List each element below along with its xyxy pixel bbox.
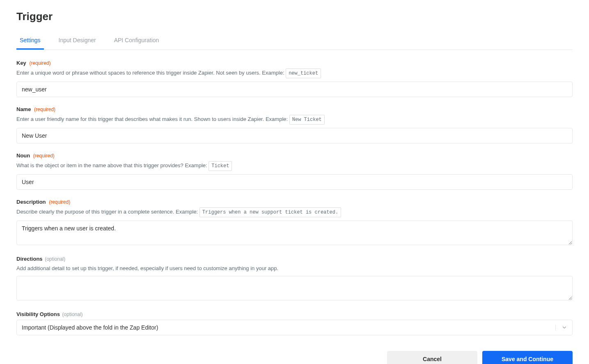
description-help: Describe clearly the purpose of this tri… — [16, 207, 573, 217]
key-help: Enter a unique word or phrase without sp… — [16, 68, 573, 78]
noun-label-text: Noun — [16, 152, 30, 159]
key-input[interactable] — [16, 82, 573, 97]
visibility-value: Important (Displayed above the fold in t… — [22, 324, 555, 331]
required-tag: (required) — [49, 199, 70, 205]
required-tag: (required) — [34, 107, 55, 112]
cancel-button[interactable]: Cancel — [387, 351, 477, 364]
key-help-text: Enter a unique word or phrase without sp… — [16, 70, 284, 76]
visibility-label-text: Visibility Options — [16, 311, 60, 317]
button-row: Cancel Save and Continue — [16, 351, 573, 364]
directions-help: Add additional detail to set up this tri… — [16, 264, 573, 273]
noun-help-text: What is the object or item in the name a… — [16, 162, 207, 168]
description-help-text: Describe clearly the purpose of this tri… — [16, 209, 198, 215]
chevron-down-icon — [555, 325, 567, 330]
noun-input[interactable] — [16, 174, 573, 190]
key-label: Key (required) — [16, 60, 573, 66]
required-tag: (required) — [29, 60, 50, 66]
optional-tag: (optional) — [45, 256, 65, 262]
optional-tag: (optional) — [62, 312, 83, 317]
visibility-select[interactable]: Important (Displayed above the fold in t… — [16, 320, 573, 335]
description-input[interactable]: Triggers when a new user is created. — [16, 221, 573, 245]
tab-input-designer[interactable]: Input Designer — [55, 33, 99, 50]
description-example: Triggers when a new support ticket is cr… — [199, 207, 341, 217]
name-label: Name (required) — [16, 106, 573, 112]
directions-label-text: Directions — [16, 256, 43, 262]
description-label-text: Description — [16, 199, 46, 205]
name-help-text: Enter a user friendly name for this trig… — [16, 116, 288, 122]
page-title: Trigger — [16, 10, 573, 23]
tabs-container: Settings Input Designer API Configuratio… — [16, 33, 573, 50]
name-help: Enter a user friendly name for this trig… — [16, 115, 573, 125]
name-example: New Ticket — [289, 115, 325, 125]
noun-help: What is the object or item in the name a… — [16, 161, 573, 171]
visibility-label: Visibility Options (optional) — [16, 311, 573, 317]
name-input[interactable] — [16, 128, 573, 143]
description-label: Description (required) — [16, 199, 573, 205]
directions-label: Directions (optional) — [16, 256, 573, 262]
name-label-text: Name — [16, 106, 31, 112]
field-description: Description (required) Describe clearly … — [16, 199, 573, 247]
save-button[interactable]: Save and Continue — [482, 351, 573, 364]
noun-example: Ticket — [209, 161, 232, 171]
key-label-text: Key — [16, 60, 26, 66]
directions-input[interactable] — [16, 276, 573, 300]
field-directions: Directions (optional) Add additional det… — [16, 256, 573, 302]
field-noun: Noun (required) What is the object or it… — [16, 152, 573, 190]
field-name: Name (required) Enter a user friendly na… — [16, 106, 573, 143]
field-key: Key (required) Enter a unique word or ph… — [16, 60, 573, 97]
required-tag: (required) — [33, 153, 55, 159]
noun-label: Noun (required) — [16, 152, 573, 159]
tab-api-configuration[interactable]: API Configuration — [111, 33, 163, 50]
key-example: new_ticket — [286, 68, 321, 78]
tab-settings[interactable]: Settings — [16, 33, 44, 50]
field-visibility: Visibility Options (optional) Important … — [16, 311, 573, 335]
